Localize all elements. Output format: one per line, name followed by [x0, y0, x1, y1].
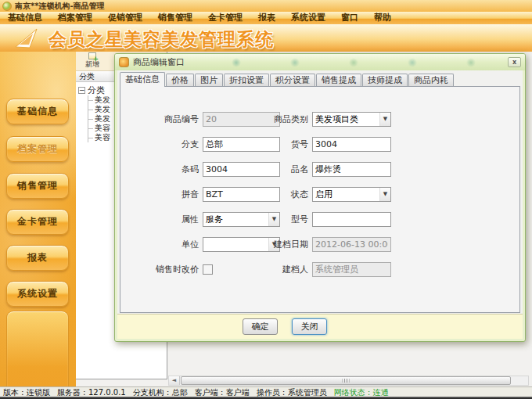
add-category-button[interactable]: + 新增: [80, 52, 105, 70]
form-row: 条码品名: [120, 162, 519, 177]
creator-label: 建档人: [230, 262, 308, 277]
scroll-left-button[interactable]: ◄: [169, 376, 180, 385]
title-bar: 南京**连锁机构-商品管理: [0, 0, 532, 12]
creator-input: [312, 262, 391, 277]
app-icon: [2, 2, 12, 11]
menu-item[interactable]: 系统设置: [283, 12, 333, 24]
tab[interactable]: 技师提成: [362, 74, 408, 86]
menu-item[interactable]: 促销管理: [100, 12, 150, 24]
sidebar-partial-button[interactable]: [6, 311, 69, 386]
create-date-label: 建档日期: [230, 237, 308, 252]
window-title: 南京**连锁机构-商品管理: [15, 1, 105, 12]
sidebar-button[interactable]: 销售管理: [6, 173, 69, 199]
price-change-on-sale-checkbox[interactable]: [203, 264, 213, 275]
price-change-on-sale-label: 销售时改价: [120, 262, 199, 277]
dialog-button-bar: 确定 关闭: [117, 314, 523, 339]
menu-item[interactable]: 窗口: [333, 12, 366, 24]
tab[interactable]: 折扣设置: [224, 74, 269, 86]
tab[interactable]: 商品内耗: [408, 74, 454, 86]
menu-item[interactable]: 报表: [250, 12, 283, 24]
chevron-down-icon: ▼: [379, 113, 390, 126]
model-input[interactable]: [312, 212, 391, 227]
menu-item[interactable]: 销售管理: [150, 12, 200, 24]
scrollbar-grip-icon: [343, 379, 350, 383]
tree-root-label: 分类: [88, 84, 105, 96]
banner: 会员之星美容美发管理系统: [0, 24, 532, 52]
tab[interactable]: 积分设置: [270, 74, 315, 86]
sidebar-button[interactable]: 报表: [6, 245, 69, 271]
menu-item[interactable]: 基础信息: [0, 12, 50, 24]
category-value: 美发项目类: [313, 113, 379, 125]
sidebar-button[interactable]: 档案管理: [6, 136, 69, 162]
sidebar: 基础信息档案管理销售管理金卡管理报表系统设置: [0, 52, 76, 386]
dialog-title-bar: 商品编辑窗口 x: [115, 54, 525, 70]
product-name-input[interactable]: [312, 162, 391, 177]
ok-button[interactable]: 确定: [243, 318, 278, 335]
status-select[interactable]: 启用▼: [312, 187, 391, 202]
dialog-body: 基础信息价格图片折扣设置积分设置销售提成技师提成商品内耗 商品编号商品类别美发项…: [117, 70, 523, 339]
form-row: 属性服务▼型号: [120, 212, 519, 227]
branch-label: 分支: [120, 137, 199, 152]
unit-label: 单位: [120, 237, 199, 252]
form-row: 单位▼建档日期: [120, 237, 519, 252]
logo-triangle-icon: [13, 27, 41, 53]
basic-info-tab-panel: 商品编号商品类别美发项目类▼分支货号条码品名拼音状态启用▼属性服务▼型号单位▼建…: [120, 86, 520, 313]
sidebar-button[interactable]: 系统设置: [6, 281, 69, 307]
tab[interactable]: 图片: [195, 74, 223, 86]
dialog-tabs: 基础信息价格图片折扣设置积分设置销售提成技师提成商品内耗: [120, 72, 520, 86]
attribute-label: 属性: [120, 212, 199, 227]
horizontal-scrollbar[interactable]: ◄: [168, 376, 529, 386]
category-label: 商品类别: [230, 112, 308, 127]
menu-item[interactable]: 档案管理: [50, 12, 100, 24]
close-button[interactable]: 关闭: [292, 318, 327, 335]
model-label: 型号: [230, 212, 308, 227]
menu-item[interactable]: 帮助: [366, 12, 399, 24]
create-date-input: [312, 237, 391, 252]
tab[interactable]: 价格: [166, 74, 194, 86]
menu-item[interactable]: 金卡管理: [200, 12, 250, 24]
chevron-down-icon: ▼: [379, 188, 390, 201]
status-label: 状态: [230, 187, 308, 202]
product-edit-dialog: 商品编辑窗口 x 基础信息价格图片折扣设置积分设置销售提成技师提成商品内耗 商品…: [114, 53, 526, 342]
item-no-label: 货号: [230, 137, 308, 152]
status-bar: 版本：连锁版服务器：127.0.0.1分支机构：总部客户端：客户端操作员：系统管…: [0, 386, 532, 397]
system-title: 会员之星美容美发管理系统: [49, 27, 274, 52]
tree-collapse-icon[interactable]: −: [78, 87, 85, 94]
product-name-label: 品名: [230, 162, 308, 177]
new-item-icon: +: [88, 52, 96, 59]
form-row: 拼音状态启用▼: [120, 187, 519, 202]
application-window: 南京**连锁机构-商品管理 基础信息档案管理促销管理销售管理金卡管理报表系统设置…: [0, 0, 532, 399]
category-select[interactable]: 美发项目类▼: [312, 112, 391, 127]
barcode-label: 条码: [120, 162, 199, 177]
scroll-left-icon: ◄: [172, 377, 176, 383]
menu-bar: 基础信息档案管理促销管理销售管理金卡管理报表系统设置窗口帮助: [0, 12, 532, 24]
form-row: 商品编号商品类别美发项目类▼: [120, 112, 519, 127]
pinyin-label: 拼音: [120, 187, 199, 202]
status-value: 启用: [313, 189, 379, 200]
item-no-input[interactable]: [312, 137, 391, 152]
scrollbar-thumb[interactable]: [181, 376, 511, 385]
product-code-label: 商品编号: [120, 112, 199, 127]
dialog-icon: [119, 57, 129, 67]
form-row: 销售时改价建档人: [120, 262, 519, 277]
tab[interactable]: 基础信息: [120, 72, 165, 87]
sidebar-button[interactable]: 金卡管理: [6, 209, 69, 235]
tab[interactable]: 销售提成: [316, 74, 361, 86]
form-rows: 商品编号商品类别美发项目类▼分支货号条码品名拼音状态启用▼属性服务▼型号单位▼建…: [120, 87, 519, 312]
sidebar-button[interactable]: 基础信息: [6, 99, 69, 124]
dialog-close-button[interactable]: x: [508, 57, 521, 67]
dialog-title: 商品编辑窗口: [133, 56, 185, 68]
form-row: 分支货号: [120, 137, 519, 152]
